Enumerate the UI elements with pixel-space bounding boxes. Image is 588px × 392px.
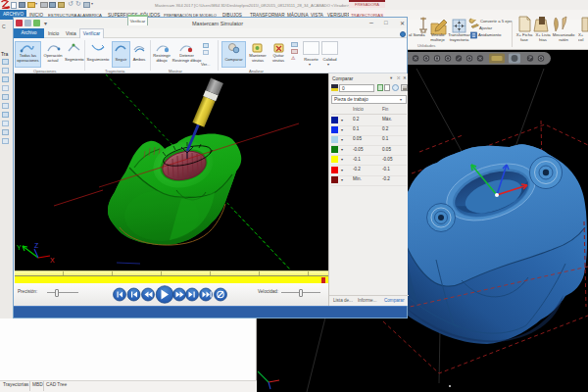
svg-text:Z: Z <box>34 242 39 249</box>
svg-text:X: X <box>50 257 55 264</box>
svg-text:Y: Y <box>17 244 22 251</box>
